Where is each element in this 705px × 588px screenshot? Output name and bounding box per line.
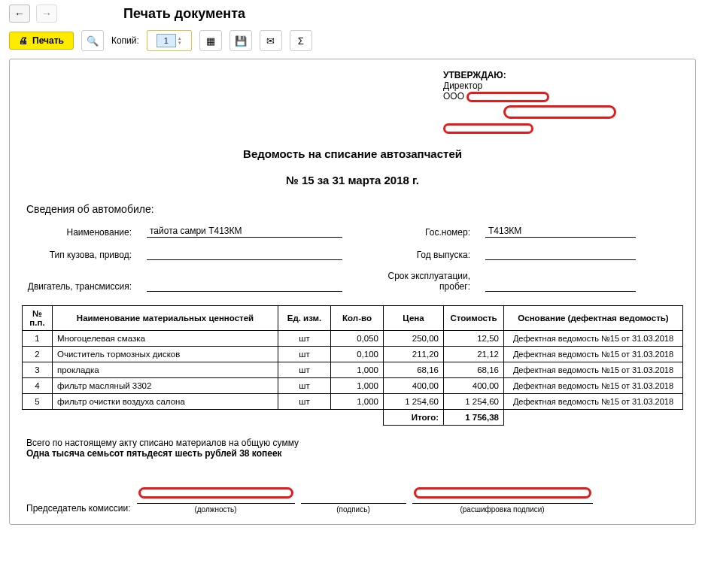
cell-num: 3 <box>23 362 53 377</box>
cell-cost: 21,12 <box>444 346 504 362</box>
body-label: Тип кузова, привод: <box>26 250 132 260</box>
cell-num: 2 <box>23 346 53 362</box>
cell-price: 68,16 <box>384 362 444 377</box>
cell-basis: Дефектная ведомость №15 от 31.03.2018 <box>504 377 683 393</box>
summary-line-1: Всего по настоящему акту списано материа… <box>26 438 679 448</box>
decipher-line <box>412 487 593 504</box>
chairman-label: Председатель комиссии: <box>26 503 131 514</box>
vehicle-section-title: Сведения об автомобиле: <box>26 203 683 215</box>
year-value <box>485 248 636 260</box>
totals-value: 1 756,38 <box>444 409 504 425</box>
copies-stepper[interactable]: ▲▼ <box>147 30 192 51</box>
cell-basis: Дефектная ведомость №15 от 31.03.2018 <box>504 393 683 409</box>
signature-line <box>301 487 406 504</box>
mail-icon: ✉ <box>266 35 275 47</box>
cell-cost: 12,50 <box>444 330 504 346</box>
gosnomer-value: Т413КМ <box>485 226 636 238</box>
print-button[interactable]: 🖨 Печать <box>9 32 74 50</box>
floppy-icon: 💾 <box>235 35 247 47</box>
redaction <box>466 92 549 102</box>
totals-row: Итого: 1 756,38 <box>23 409 683 425</box>
approval-block: УТВЕРЖДАЮ: Директор ООО <box>443 70 683 134</box>
redaction <box>138 487 293 499</box>
cell-basis: Дефектная ведомость №15 от 31.03.2018 <box>504 346 683 362</box>
table-row: 4фильтр масляный 3302шт1,000400,00400,00… <box>23 377 683 393</box>
col-name: Наименование материальных ценностей <box>53 305 278 330</box>
cell-qty: 1,000 <box>331 377 384 393</box>
table-row: 1Многоцелевая смазкашт0,050250,0012,50Де… <box>23 330 683 346</box>
preview-button[interactable]: 🔍 <box>81 30 104 51</box>
table-header: № п.п. Наименование материальных ценност… <box>23 305 683 330</box>
cell-name: прокладка <box>53 362 278 377</box>
items-table: № п.п. Наименование материальных ценност… <box>22 305 683 426</box>
cell-cost: 68,16 <box>444 362 504 377</box>
copies-input[interactable] <box>156 34 176 47</box>
back-button[interactable]: ← <box>9 5 30 23</box>
decipher-caption: (расшифровка подписи) <box>412 505 593 514</box>
printer-icon: 🖨 <box>19 35 28 46</box>
mileage-value <box>485 280 636 292</box>
cell-cost: 1 254,60 <box>444 393 504 409</box>
cell-qty: 0,050 <box>331 330 384 346</box>
cell-name: фильтр очистки воздуха салона <box>53 393 278 409</box>
cell-unit: шт <box>278 362 331 377</box>
magnifier-icon: 🔍 <box>87 35 99 47</box>
summary-line-2: Одна тысяча семьсот пятьдесят шесть рубл… <box>26 448 679 459</box>
gosnomer-label: Гос.номер: <box>357 227 470 238</box>
redaction <box>443 123 533 134</box>
approval-line-1: Директор <box>443 80 683 91</box>
cell-qty: 0,100 <box>331 346 384 362</box>
cell-qty: 1,000 <box>331 362 384 377</box>
cell-num: 1 <box>23 330 53 346</box>
forward-button[interactable]: → <box>36 5 57 23</box>
col-unit: Ед. изм. <box>278 305 331 330</box>
engine-value <box>147 280 342 292</box>
table-row: 2Очиститель тормозных дисковшт0,100211,2… <box>23 346 683 362</box>
document-area: УТВЕРЖДАЮ: Директор ООО Ведомость на спи… <box>9 59 696 525</box>
cell-cost: 400,00 <box>444 377 504 393</box>
col-qty: Кол-во <box>331 305 384 330</box>
copies-label: Копий: <box>111 35 139 46</box>
email-button[interactable]: ✉ <box>260 30 282 51</box>
spin-down-icon[interactable]: ▼ <box>178 41 182 45</box>
position-caption: (должность) <box>137 505 295 514</box>
cell-unit: шт <box>278 393 331 409</box>
body-value <box>147 248 342 260</box>
save-button[interactable]: 💾 <box>229 30 252 51</box>
cell-unit: шт <box>278 330 331 346</box>
cell-unit: шт <box>278 346 331 362</box>
year-label: Год выпуска: <box>357 250 470 260</box>
doc-heading-2: № 15 за 31 марта 2018 г. <box>22 174 683 186</box>
cell-num: 4 <box>23 377 53 393</box>
redaction <box>503 105 616 119</box>
table-edit-button[interactable]: ▦ <box>199 30 222 51</box>
col-cost: Стоимость <box>444 305 504 330</box>
cell-qty: 1,000 <box>331 393 384 409</box>
doc-heading-1: Ведомость на списание автозапчастей <box>22 147 683 160</box>
cell-price: 211,20 <box>384 346 444 362</box>
window-title: Печать документа <box>123 6 245 22</box>
engine-label: Двигатель, трансмиссия: <box>26 281 132 292</box>
totals-label: Итого: <box>384 409 444 425</box>
table-row: 5фильтр очистки воздуха салонашт1,0001 2… <box>23 393 683 409</box>
name-value: тайота самри Т413КМ <box>147 226 342 238</box>
cell-basis: Дефектная ведомость №15 от 31.03.2018 <box>504 330 683 346</box>
col-num: № п.п. <box>23 305 53 330</box>
col-basis: Основание (дефектная ведомость) <box>504 305 683 330</box>
cell-name: фильтр масляный 3302 <box>53 377 278 393</box>
table-icon: ▦ <box>206 35 215 47</box>
table-row: 3прокладкашт1,00068,1668,16Дефектная вед… <box>23 362 683 377</box>
cell-num: 5 <box>23 393 53 409</box>
cell-name: Очиститель тормозных дисков <box>53 346 278 362</box>
sum-button[interactable]: Σ <box>290 30 312 51</box>
print-label: Печать <box>32 35 64 46</box>
position-line <box>137 487 295 504</box>
redaction <box>414 487 591 499</box>
sigma-icon: Σ <box>298 35 304 47</box>
mileage-label: Срок эксплуатации, пробег: <box>357 271 470 292</box>
name-label: Наименование: <box>26 227 132 238</box>
cell-name: Многоцелевая смазка <box>53 330 278 346</box>
col-price: Цена <box>384 305 444 330</box>
approval-line-2: ООО <box>443 91 464 102</box>
cell-unit: шт <box>278 377 331 393</box>
